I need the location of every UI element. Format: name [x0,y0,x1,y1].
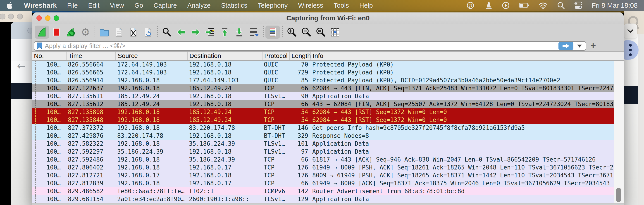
capture-options-button[interactable]: ⚙ [78,26,92,39]
zoom-in-button[interactable] [284,26,299,39]
menu-bar-clock[interactable]: Fri 8 Mar 18:08 [592,2,638,9]
cell-protocol: TCP [262,84,289,92]
packet-row[interactable]: 100…827.42987683.220.174.78192.168.0.18B… [32,132,614,140]
packet-row[interactable]: 100…827.135808192.168.0.18185.12.49.24TC… [32,108,614,116]
packet-row[interactable]: 100…826.556665172.64.149.103192.168.0.18… [32,68,614,76]
display-filter-input[interactable] [45,42,558,50]
menu-item-statistics[interactable]: Statistics [221,2,247,9]
cell-no: 100… [32,116,66,124]
find-packet-button[interactable] [160,26,174,39]
collapse-button[interactable] [624,24,637,38]
column-header-time[interactable]: Time [66,52,116,60]
packet-row[interactable]: 100…827.122637192.168.0.18185.12.49.24TC… [32,84,614,92]
close-file-icon [128,27,139,38]
related-packet-line [35,140,36,148]
menu-item-tools[interactable]: Tools [334,2,349,9]
related-packet-line [35,164,36,172]
auto-scroll-button[interactable] [246,26,261,39]
stop-capture-button[interactable] [49,26,64,39]
resize-columns-button[interactable] [328,26,342,39]
menu-item-edit[interactable]: Edit [88,2,100,9]
start-capture-button[interactable] [34,26,49,39]
battery-status-icon[interactable] [519,2,529,9]
menu-item-analyze[interactable]: Analyze [187,2,211,9]
first-packet-button[interactable] [218,26,232,39]
wifi-status-icon[interactable] [538,2,548,9]
add-filter-button[interactable]: + [590,40,596,51]
menu-item-wireless[interactable]: Wireless [298,2,323,9]
packet-row[interactable]: 100…829.486582fe80::6aa3:78ff:fe…ff02::1… [32,187,614,195]
column-header-info[interactable]: Info [310,52,614,60]
related-packet-line [35,108,36,116]
filter-dropdown-caret[interactable] [577,44,582,48]
zoom-reset-button[interactable] [314,26,328,39]
scrollbar-thumb[interactable] [616,188,621,202]
cell-no: 100… [32,132,66,140]
next-packet-button[interactable] [188,26,203,39]
cell-no: 100… [32,100,66,108]
packet-row[interactable]: 100…827.372372192.168.0.1883.220.174.78B… [32,124,614,132]
packet-row[interactable]: 100…826.556664172.64.149.103192.168.0.18… [32,61,614,68]
close-file-button[interactable] [126,26,140,39]
packet-row[interactable]: 100…827.59229735.186.224.39192.168.0.18T… [32,148,614,156]
cell-destination: 2600:1901:1:a98:: [187,195,262,203]
menu-item-go[interactable]: Go [134,2,143,9]
packet-row[interactable]: 100…827.806402192.168.0.18192.168.0.17TC… [32,164,614,172]
vlc-status-icon[interactable] [484,1,492,10]
apply-filter-button[interactable] [558,42,574,50]
arrow-right-icon [190,27,201,38]
cell-time: 827.372372 [66,124,116,132]
reload-file-button[interactable] [140,26,155,39]
menu-item-capture[interactable]: Capture [154,2,177,9]
vertical-scrollbar[interactable] [614,61,624,203]
save-file-button[interactable] [112,26,126,39]
apple-menu-icon[interactable] [7,1,14,10]
display-filter-field[interactable] [34,41,586,51]
zoom-in-icon [286,27,297,38]
zoom-out-button[interactable] [299,26,314,39]
column-header-destination[interactable]: Destination [187,52,262,60]
cell-no: 100… [32,92,66,100]
colorize-icon [267,27,278,38]
menu-item-file[interactable]: File [67,2,78,9]
packet-row[interactable]: 100…827.812839192.168.0.18192.168.0.17TC… [32,180,614,187]
open-file-button[interactable] [97,26,112,39]
column-header-protocol[interactable]: Protocol [262,52,289,60]
cell-protocol: TLSv1… [262,92,289,100]
column-header-no[interactable]: No. [32,52,66,60]
cell-length: 129 [289,195,310,203]
menu-item-help[interactable]: Help [359,2,373,9]
packet-row[interactable]: 100…826.556914192.168.0.18172.64.149.103… [32,76,614,84]
column-header-length[interactable]: Length [289,52,310,60]
window-titlebar[interactable]: Capturing from Wi-Fi: en0 [32,12,624,24]
utorrent-status-icon[interactable]: µ [466,1,474,10]
spotlight-search-icon[interactable] [557,1,565,10]
packet-row[interactable]: 100…829.6811542a01:e34:ec2a:8f90…2600:19… [32,195,614,203]
previous-packet-button[interactable] [174,26,188,39]
play-status-icon[interactable] [502,1,510,10]
packet-row[interactable]: 100…827.582322192.168.0.1835.186.224.39T… [32,140,614,148]
packet-row[interactable]: 100…827.135611185.12.49.24192.168.0.18TL… [32,92,614,100]
packet-row[interactable]: 100…827.135848192.168.0.18185.12.49.24TC… [32,116,614,124]
cell-info: Protected Payload (KP0), DCID=0129a4507c… [310,76,614,84]
packet-row[interactable]: 100…827.592486192.168.0.1835.186.224.39T… [32,156,614,164]
related-packet-line [35,172,36,180]
bookmark-icon[interactable] [37,42,42,50]
menu-item-telephony[interactable]: Telephony [258,2,288,9]
control-center-icon[interactable] [574,1,583,10]
menu-app-name[interactable]: Wireshark [24,2,57,9]
cell-protocol: TCP [262,116,289,124]
back-arrow-icon[interactable]: ← [17,60,26,72]
colorize-packets-button[interactable] [266,26,280,39]
go-to-packet-button[interactable] [203,26,218,39]
packet-row[interactable]: 100…827.135612185.12.49.24192.168.0.18TC… [32,100,614,108]
related-packet-line [35,68,36,76]
column-header-source[interactable]: Source [116,52,187,60]
restart-capture-button[interactable] [64,26,78,39]
cell-destination: ff02::1 [187,187,262,195]
last-packet-button[interactable] [232,26,246,39]
cell-protocol: QUIC [262,76,289,84]
cell-info: Router Advertisement from 68:a3:78:01:bc… [310,187,614,195]
menu-item-view[interactable]: View [110,2,124,9]
packet-row[interactable]: 100…827.812721192.168.0.17192.168.0.18TC… [32,172,614,180]
